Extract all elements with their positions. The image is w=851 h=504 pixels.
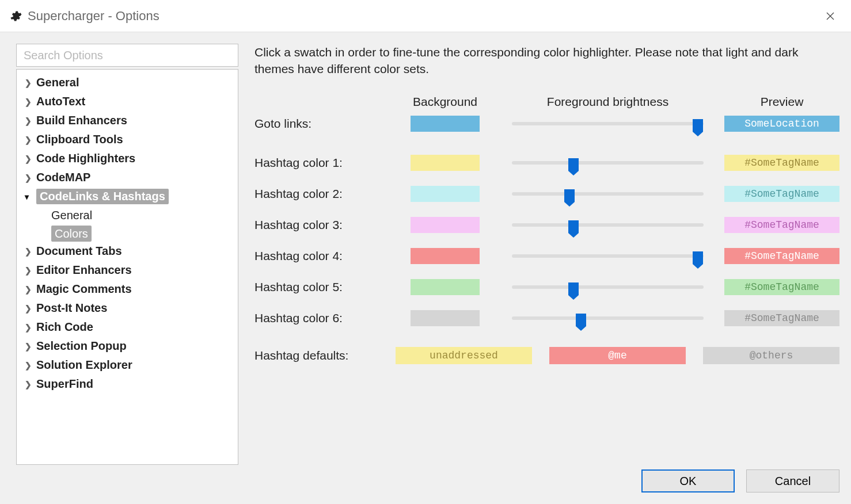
tree-item-magic-comments[interactable]: ❯Magic Comments <box>17 280 238 299</box>
tree-item-general[interactable]: ❯General <box>17 73 238 92</box>
tree-item-label: Rich Code <box>36 320 93 334</box>
brightness-slider[interactable] <box>512 217 704 233</box>
chevron-right-icon: ❯ <box>25 247 36 256</box>
row-label: Goto links: <box>254 117 378 131</box>
preview-swatch: #SomeTagName <box>724 155 839 171</box>
chevron-right-icon: ❯ <box>25 342 36 351</box>
main-panel: Click a swatch in order to fine-tune the… <box>254 44 839 465</box>
tree-item-rich-code[interactable]: ❯Rich Code <box>17 318 238 337</box>
background-swatch[interactable] <box>411 217 480 233</box>
brightness-slider[interactable] <box>512 310 704 326</box>
tree-item-clipboard-tools[interactable]: ❯Clipboard Tools <box>17 130 238 149</box>
background-swatch[interactable] <box>411 155 480 171</box>
tree-item-codelinks-hashtags[interactable]: ▾CodeLinks & Hashtags <box>17 187 238 206</box>
tree-item-code-highlighters[interactable]: ❯Code Highlighters <box>17 149 238 168</box>
background-swatch[interactable] <box>411 116 480 132</box>
tree-item-label: Document Tabs <box>36 245 122 258</box>
brightness-slider[interactable] <box>512 116 704 132</box>
tree-item-superfind[interactable]: ❯SuperFind <box>17 375 238 394</box>
dialog-buttons: OK Cancel <box>16 465 839 492</box>
chevron-right-icon: ❯ <box>25 154 36 163</box>
row-label: Hashtag color 4: <box>254 249 378 263</box>
chevron-right-icon: ❯ <box>25 304 36 313</box>
client-area: ❯General❯AutoText❯Build Enhancers❯Clipbo… <box>0 32 851 504</box>
header-foreground: Foreground brightness <box>512 95 704 116</box>
background-swatch[interactable] <box>411 279 480 295</box>
header-background: Background <box>399 95 491 116</box>
tree-item-label: Selection Popup <box>36 339 127 353</box>
cancel-button[interactable]: Cancel <box>746 469 839 492</box>
default-me[interactable]: @me <box>549 347 686 364</box>
chevron-right-icon: ❯ <box>25 135 36 144</box>
tree-item-build-enhancers[interactable]: ❯Build Enhancers <box>17 111 238 130</box>
background-swatch[interactable] <box>411 310 480 326</box>
sidebar: ❯General❯AutoText❯Build Enhancers❯Clipbo… <box>16 44 238 465</box>
chevron-down-icon: ▾ <box>25 192 36 201</box>
preview-swatch: #SomeTagName <box>724 248 839 264</box>
chevron-right-icon: ❯ <box>25 266 36 275</box>
header-preview: Preview <box>724 95 839 116</box>
color-grid: Background Foreground brightness Preview… <box>254 95 839 341</box>
tree-item-post-it-notes[interactable]: ❯Post-It Notes <box>17 299 238 318</box>
tree-item-label: CodeMAP <box>36 171 90 184</box>
ok-button[interactable]: OK <box>641 469 735 492</box>
tree-subitem-colors[interactable]: Colors <box>51 226 92 242</box>
chevron-right-icon: ❯ <box>25 323 36 332</box>
background-swatch[interactable] <box>411 248 480 264</box>
brightness-slider[interactable] <box>512 279 704 295</box>
tree-item-codemap[interactable]: ❯CodeMAP <box>17 168 238 187</box>
row-label: Hashtag color 2: <box>254 187 378 201</box>
tree-item-label: Build Enhancers <box>36 114 127 127</box>
row-label: Hashtag color 5: <box>254 280 378 294</box>
tree-item-label: Clipboard Tools <box>36 133 123 146</box>
tree-item-label: AutoText <box>36 95 85 108</box>
tree-subitem-general[interactable]: General <box>51 206 238 224</box>
brightness-slider[interactable] <box>512 186 704 202</box>
chevron-right-icon: ❯ <box>25 173 36 182</box>
tree-item-label: Code Highlighters <box>36 152 135 165</box>
brightness-slider[interactable] <box>512 248 704 264</box>
window-title: Supercharger - Options <box>28 9 159 24</box>
preview-swatch: #SomeTagName <box>724 310 839 326</box>
tree-item-label: CodeLinks & Hashtags <box>36 189 169 204</box>
row-label: Hashtag color 1: <box>254 156 378 170</box>
tree-item-autotext[interactable]: ❯AutoText <box>17 92 238 111</box>
description-text: Click a swatch in order to fine-tune the… <box>254 44 839 78</box>
background-swatch[interactable] <box>411 186 480 202</box>
tree-item-selection-popup[interactable]: ❯Selection Popup <box>17 337 238 356</box>
chevron-right-icon: ❯ <box>25 97 36 106</box>
search-input[interactable] <box>16 44 238 67</box>
tree-item-label: General <box>36 76 79 89</box>
default-unaddressed[interactable]: unaddressed <box>396 347 532 364</box>
chevron-right-icon: ❯ <box>25 116 36 125</box>
tree-item-label: SuperFind <box>36 377 93 391</box>
chevron-right-icon: ❯ <box>25 380 36 389</box>
preview-swatch: #SomeTagName <box>724 217 839 233</box>
tree-item-document-tabs[interactable]: ❯Document Tabs <box>17 242 238 261</box>
tree-item-solution-explorer[interactable]: ❯Solution Explorer <box>17 356 238 375</box>
titlebar: Supercharger - Options <box>0 0 851 32</box>
chevron-right-icon: ❯ <box>25 78 36 87</box>
brightness-slider[interactable] <box>512 155 704 171</box>
tree-item-label: Post-It Notes <box>36 301 107 315</box>
preview-swatch: #SomeTagName <box>724 279 839 295</box>
gear-icon <box>9 10 22 22</box>
preview-swatch: #SomeTagName <box>724 186 839 202</box>
options-dialog: Supercharger - Options ❯General❯AutoText… <box>0 0 851 504</box>
tree-item-label: Solution Explorer <box>36 358 132 372</box>
preview-swatch: SomeLocation <box>724 116 839 132</box>
row-label: Hashtag color 6: <box>254 311 378 325</box>
tree-item-label: Magic Comments <box>36 282 132 296</box>
tree-item-editor-enhancers[interactable]: ❯Editor Enhancers <box>17 261 238 280</box>
default-others[interactable]: @others <box>703 347 839 364</box>
defaults-label: Hashtag defaults: <box>254 349 378 362</box>
chevron-right-icon: ❯ <box>25 361 36 370</box>
options-tree[interactable]: ❯General❯AutoText❯Build Enhancers❯Clipbo… <box>16 69 238 465</box>
chevron-right-icon: ❯ <box>25 285 36 294</box>
defaults-row: Hashtag defaults: unaddressed @me @other… <box>254 347 839 364</box>
tree-item-label: Editor Enhancers <box>36 264 132 277</box>
row-label: Hashtag color 3: <box>254 218 378 232</box>
close-button[interactable] <box>819 5 842 28</box>
